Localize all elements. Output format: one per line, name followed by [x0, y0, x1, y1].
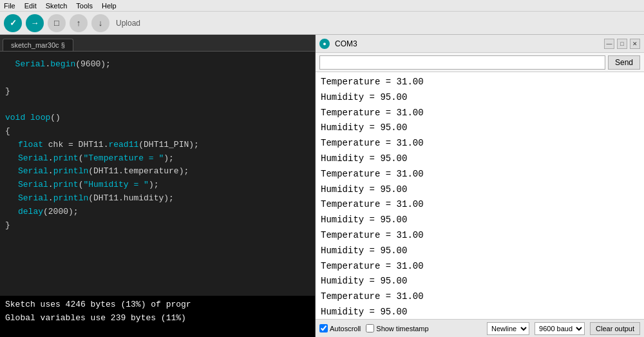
verify-button[interactable]: ✓	[4, 14, 22, 32]
serial-output-line: Humidity = 95.00	[321, 151, 639, 167]
newline-select[interactable]: Newline	[487, 322, 529, 335]
console-bar: Sketch uses 4246 bytes (13%) of progr Gl…	[0, 296, 315, 337]
timestamp-checkbox[interactable]	[366, 324, 374, 332]
window-controls: — □ ✕	[604, 39, 640, 49]
serial-output-line: Humidity = 95.00	[321, 120, 639, 136]
serial-title: COM3	[335, 39, 357, 48]
code-line: Serial.print("Temperature = ");	[5, 152, 310, 166]
code-line: void loop()	[5, 111, 310, 125]
serial-title-left: ● COM3	[319, 39, 357, 49]
minimize-button[interactable]: —	[604, 39, 614, 49]
autoscroll-label[interactable]: Autoscroll	[319, 324, 361, 332]
serial-output-line: Temperature = 31.00	[321, 289, 639, 305]
upload-label: Upload	[116, 19, 140, 28]
serial-input[interactable]	[319, 55, 605, 70]
serial-output-line: Temperature = 31.00	[321, 136, 639, 151]
code-area[interactable]: Serial.begin(9600); } void loop() { floa…	[0, 52, 315, 296]
menu-tools[interactable]: Tools	[76, 2, 93, 10]
code-line: Serial.println(DHT11.temperature);	[5, 165, 310, 178]
code-line	[5, 98, 310, 111]
main-area: sketch_mar30c § Serial.begin(9600); } vo…	[0, 35, 644, 337]
code-line: }	[5, 85, 310, 99]
menu-edit[interactable]: Edit	[24, 2, 37, 10]
code-line: {	[5, 125, 310, 139]
editor-tab[interactable]: sketch_mar30c §	[3, 39, 73, 51]
upload-button[interactable]: →	[26, 14, 44, 32]
code-line: Serial.print("Humidity = ");	[5, 178, 310, 192]
serial-output-line: Humidity = 95.00	[321, 274, 639, 289]
serial-footer: Autoscroll Show timestamp Newline 9600 b…	[316, 319, 644, 337]
tab-bar: sketch_mar30c §	[0, 35, 315, 52]
code-line: Serial.println(DHT11.humidity);	[5, 192, 310, 206]
console-line-1: Sketch uses 4246 bytes (13%) of progr	[5, 298, 310, 312]
code-line: delay(2000);	[5, 206, 310, 219]
new-button[interactable]: □	[48, 14, 66, 32]
serial-output-line: Temperature = 31.00	[321, 228, 639, 244]
code-line: Serial.begin(9600);	[5, 58, 310, 72]
serial-output-line: Humidity = 95.00	[321, 244, 639, 259]
menu-file[interactable]: File	[4, 2, 15, 10]
serial-output-line: Temperature = 31.00	[321, 197, 639, 213]
serial-output-line: Humidity = 95.00	[321, 90, 639, 106]
code-line: float chk = DHT11.read11(DHT11_PIN);	[5, 139, 310, 152]
open-button[interactable]: ↑	[70, 14, 88, 32]
maximize-button[interactable]: □	[617, 39, 627, 49]
code-line: }	[5, 219, 310, 233]
serial-output-line: Temperature = 31.00	[321, 75, 639, 90]
close-button[interactable]: ✕	[630, 39, 640, 49]
baud-select[interactable]: 9600 baud	[535, 322, 585, 335]
serial-output[interactable]: Temperature = 31.00Humidity = 95.00Tempe…	[316, 72, 644, 319]
console-line-2: Global variables use 239 bytes (11%)	[5, 312, 310, 325]
menu-bar: File Edit Sketch Tools Help	[0, 0, 644, 12]
serial-output-line: Humidity = 95.00	[321, 182, 639, 198]
send-button[interactable]: Send	[608, 55, 640, 70]
toolbar: ✓ → □ ↑ ↓ Upload	[0, 12, 644, 35]
code-line	[5, 72, 310, 85]
clear-output-button[interactable]: Clear output	[590, 322, 640, 335]
menu-help[interactable]: Help	[102, 2, 117, 10]
serial-titlebar: ● COM3 — □ ✕	[316, 35, 644, 53]
serial-icon: ●	[319, 39, 330, 49]
serial-output-line: Temperature = 31.00	[321, 167, 639, 182]
menu-sketch[interactable]: Sketch	[46, 2, 68, 10]
serial-output-line: Humidity = 95.00	[321, 305, 639, 319]
serial-output-line: Temperature = 31.00	[321, 106, 639, 121]
serial-output-line: Temperature = 31.00	[321, 259, 639, 274]
editor-pane: sketch_mar30c § Serial.begin(9600); } vo…	[0, 35, 316, 337]
serial-input-bar: Send	[316, 53, 644, 72]
timestamp-label[interactable]: Show timestamp	[366, 324, 428, 332]
save-button[interactable]: ↓	[91, 14, 109, 32]
serial-output-line: Humidity = 95.00	[321, 213, 639, 228]
serial-pane: ● COM3 — □ ✕ Send Temperature = 31.00Hum…	[316, 35, 644, 337]
autoscroll-checkbox[interactable]	[319, 324, 328, 332]
